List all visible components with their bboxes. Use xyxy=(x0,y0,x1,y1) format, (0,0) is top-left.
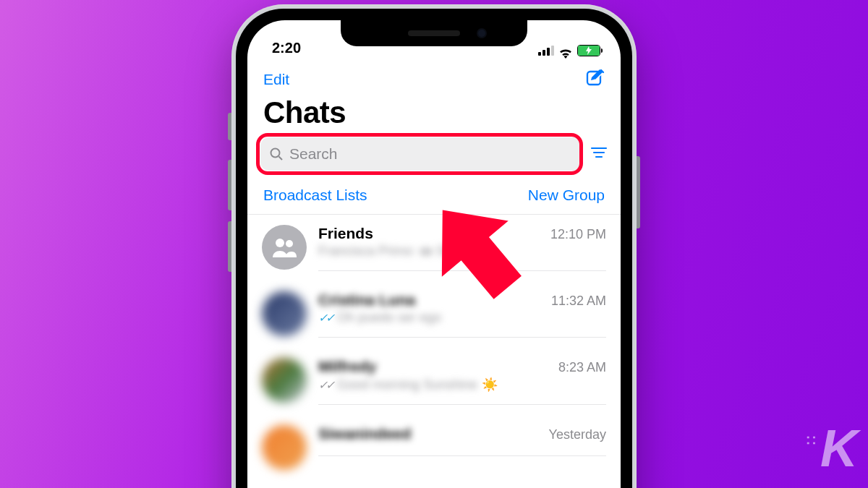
chat-name: Cristina Luna xyxy=(318,291,415,309)
edit-button[interactable]: Edit xyxy=(263,71,289,88)
phone-volume-up xyxy=(228,160,231,210)
chat-preview: ✓✓Good morning Sunshine ☀️ xyxy=(318,377,606,393)
chat-timestamp: 12:10 PM xyxy=(550,227,606,242)
phone-front-camera xyxy=(477,28,487,38)
read-receipt-icon: ✓✓ xyxy=(318,311,333,325)
contact-avatar xyxy=(262,425,307,470)
contact-avatar xyxy=(262,358,307,403)
phone-frame: 2:20 Edit xyxy=(231,4,637,488)
chat-name: Milfredy xyxy=(318,358,377,375)
chat-list: Friends12:10 PMFrancisca Primo: 🎟 SticCr… xyxy=(247,215,621,480)
chat-body: Cristina Luna11:32 AM✓✓Oh puedo ser ego xyxy=(318,291,606,338)
svg-line-2 xyxy=(279,157,283,160)
search-input[interactable]: Search xyxy=(260,137,583,171)
read-receipt-icon: ✓✓ xyxy=(318,378,333,392)
watermark-logo: ∷K xyxy=(807,419,855,478)
chat-name: Friends xyxy=(318,225,373,242)
chat-row[interactable]: Friends12:10 PMFrancisca Primo: 🎟 Stic xyxy=(247,215,621,281)
compose-icon xyxy=(584,68,605,88)
chat-timestamp: Yesterday xyxy=(549,427,606,442)
group-avatar-icon xyxy=(262,225,307,270)
chat-body: Milfredy8:23 AM✓✓Good morning Sunshine ☀… xyxy=(318,358,606,405)
phone-volume-down xyxy=(228,221,231,272)
filter-button[interactable] xyxy=(590,145,608,163)
chat-timestamp: 8:23 AM xyxy=(558,360,606,375)
chat-row[interactable]: Milfredy8:23 AM✓✓Good morning Sunshine ☀… xyxy=(247,348,621,415)
compose-button[interactable] xyxy=(584,68,605,91)
svg-point-1 xyxy=(271,149,280,158)
svg-point-6 xyxy=(276,239,284,247)
search-placeholder: Search xyxy=(289,145,338,163)
chat-row[interactable]: Cristina Luna11:32 AM✓✓Oh puedo ser ego xyxy=(247,281,621,348)
chat-body: SiwanindeedYesterday xyxy=(318,425,606,456)
wifi-icon xyxy=(558,46,573,56)
phone-mute-switch xyxy=(228,113,231,140)
status-time: 2:20 xyxy=(272,40,301,56)
chat-preview: Francisca Primo: 🎟 Stic xyxy=(318,244,606,259)
chat-name: Siwanindeed xyxy=(318,425,411,442)
page-title: Chats xyxy=(247,93,621,137)
contact-avatar xyxy=(262,291,307,336)
svg-point-7 xyxy=(286,240,293,247)
phone-notch xyxy=(341,20,527,46)
cellular-signal-icon xyxy=(538,46,554,56)
chat-body: Friends12:10 PMFrancisca Primo: 🎟 Stic xyxy=(318,225,606,271)
phone-speaker xyxy=(408,30,460,36)
filter-icon xyxy=(590,145,608,160)
broadcast-lists-link[interactable]: Broadcast Lists xyxy=(263,187,367,204)
phone-screen: 2:20 Edit xyxy=(247,20,621,488)
search-icon xyxy=(269,147,284,161)
phone-power-button xyxy=(637,156,640,228)
emoji: ☀️ xyxy=(482,377,498,393)
new-group-link[interactable]: New Group xyxy=(528,187,605,204)
battery-charging-icon xyxy=(577,45,600,56)
chat-timestamp: 11:32 AM xyxy=(551,294,606,309)
chat-preview: ✓✓Oh puedo ser ego xyxy=(318,310,606,325)
chat-row[interactable]: SiwanindeedYesterday xyxy=(247,415,621,480)
nav-bar: Edit xyxy=(247,58,621,93)
